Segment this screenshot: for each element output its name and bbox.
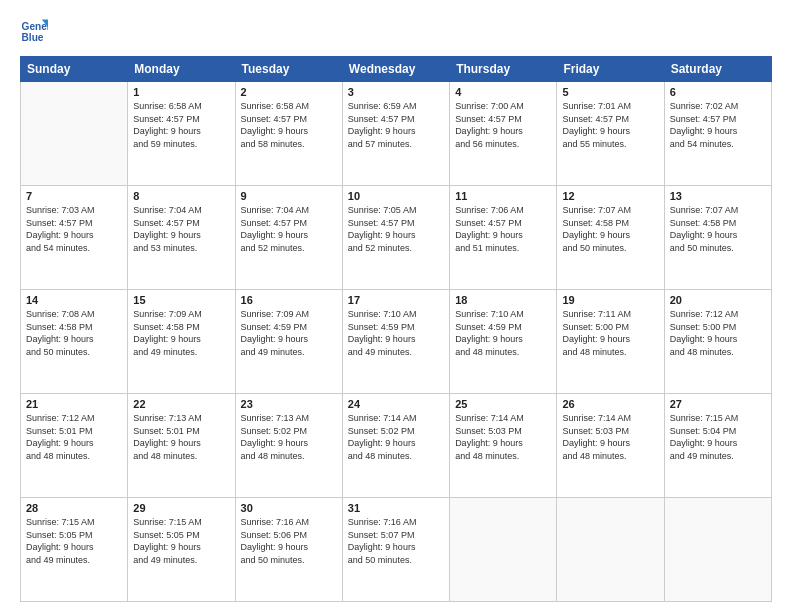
day-number: 19 xyxy=(562,294,658,306)
page: General Blue SundayMondayTuesdayWednesda… xyxy=(0,0,792,612)
day-cell: 12Sunrise: 7:07 AMSunset: 4:58 PMDayligh… xyxy=(557,186,664,290)
day-info: Sunrise: 7:15 AMSunset: 5:04 PMDaylight:… xyxy=(670,412,766,462)
day-info: Sunrise: 6:58 AMSunset: 4:57 PMDaylight:… xyxy=(241,100,337,150)
day-info: Sunrise: 7:16 AMSunset: 5:07 PMDaylight:… xyxy=(348,516,444,566)
day-info: Sunrise: 7:03 AMSunset: 4:57 PMDaylight:… xyxy=(26,204,122,254)
day-number: 12 xyxy=(562,190,658,202)
day-info: Sunrise: 7:15 AMSunset: 5:05 PMDaylight:… xyxy=(26,516,122,566)
day-cell xyxy=(450,498,557,602)
day-cell: 28Sunrise: 7:15 AMSunset: 5:05 PMDayligh… xyxy=(21,498,128,602)
day-info: Sunrise: 7:16 AMSunset: 5:06 PMDaylight:… xyxy=(241,516,337,566)
col-header-friday: Friday xyxy=(557,57,664,82)
day-number: 17 xyxy=(348,294,444,306)
day-cell: 25Sunrise: 7:14 AMSunset: 5:03 PMDayligh… xyxy=(450,394,557,498)
day-number: 4 xyxy=(455,86,551,98)
day-number: 14 xyxy=(26,294,122,306)
day-info: Sunrise: 7:04 AMSunset: 4:57 PMDaylight:… xyxy=(241,204,337,254)
day-cell: 11Sunrise: 7:06 AMSunset: 4:57 PMDayligh… xyxy=(450,186,557,290)
day-cell: 17Sunrise: 7:10 AMSunset: 4:59 PMDayligh… xyxy=(342,290,449,394)
day-info: Sunrise: 7:12 AMSunset: 5:00 PMDaylight:… xyxy=(670,308,766,358)
day-info: Sunrise: 7:06 AMSunset: 4:57 PMDaylight:… xyxy=(455,204,551,254)
day-info: Sunrise: 7:15 AMSunset: 5:05 PMDaylight:… xyxy=(133,516,229,566)
day-number: 9 xyxy=(241,190,337,202)
logo: General Blue xyxy=(20,18,52,46)
day-cell: 29Sunrise: 7:15 AMSunset: 5:05 PMDayligh… xyxy=(128,498,235,602)
col-header-saturday: Saturday xyxy=(664,57,771,82)
day-number: 2 xyxy=(241,86,337,98)
day-info: Sunrise: 7:10 AMSunset: 4:59 PMDaylight:… xyxy=(455,308,551,358)
day-cell: 20Sunrise: 7:12 AMSunset: 5:00 PMDayligh… xyxy=(664,290,771,394)
week-row-3: 21Sunrise: 7:12 AMSunset: 5:01 PMDayligh… xyxy=(21,394,772,498)
day-number: 25 xyxy=(455,398,551,410)
day-cell xyxy=(557,498,664,602)
day-info: Sunrise: 7:05 AMSunset: 4:57 PMDaylight:… xyxy=(348,204,444,254)
day-cell: 16Sunrise: 7:09 AMSunset: 4:59 PMDayligh… xyxy=(235,290,342,394)
col-header-thursday: Thursday xyxy=(450,57,557,82)
day-number: 22 xyxy=(133,398,229,410)
day-number: 28 xyxy=(26,502,122,514)
day-cell: 24Sunrise: 7:14 AMSunset: 5:02 PMDayligh… xyxy=(342,394,449,498)
day-info: Sunrise: 7:00 AMSunset: 4:57 PMDaylight:… xyxy=(455,100,551,150)
day-cell: 13Sunrise: 7:07 AMSunset: 4:58 PMDayligh… xyxy=(664,186,771,290)
day-cell: 10Sunrise: 7:05 AMSunset: 4:57 PMDayligh… xyxy=(342,186,449,290)
day-number: 27 xyxy=(670,398,766,410)
svg-text:General: General xyxy=(22,21,48,32)
calendar-table: SundayMondayTuesdayWednesdayThursdayFrid… xyxy=(20,56,772,602)
day-info: Sunrise: 7:11 AMSunset: 5:00 PMDaylight:… xyxy=(562,308,658,358)
day-cell xyxy=(664,498,771,602)
logo-icon: General Blue xyxy=(20,18,48,46)
day-cell: 4Sunrise: 7:00 AMSunset: 4:57 PMDaylight… xyxy=(450,82,557,186)
col-header-sunday: Sunday xyxy=(21,57,128,82)
day-cell: 18Sunrise: 7:10 AMSunset: 4:59 PMDayligh… xyxy=(450,290,557,394)
week-row-1: 7Sunrise: 7:03 AMSunset: 4:57 PMDaylight… xyxy=(21,186,772,290)
day-number: 16 xyxy=(241,294,337,306)
day-cell: 23Sunrise: 7:13 AMSunset: 5:02 PMDayligh… xyxy=(235,394,342,498)
day-cell xyxy=(21,82,128,186)
header: General Blue xyxy=(20,18,772,46)
day-info: Sunrise: 7:07 AMSunset: 4:58 PMDaylight:… xyxy=(670,204,766,254)
day-cell: 9Sunrise: 7:04 AMSunset: 4:57 PMDaylight… xyxy=(235,186,342,290)
day-number: 24 xyxy=(348,398,444,410)
day-cell: 21Sunrise: 7:12 AMSunset: 5:01 PMDayligh… xyxy=(21,394,128,498)
day-info: Sunrise: 7:07 AMSunset: 4:58 PMDaylight:… xyxy=(562,204,658,254)
day-number: 21 xyxy=(26,398,122,410)
col-header-tuesday: Tuesday xyxy=(235,57,342,82)
day-info: Sunrise: 7:12 AMSunset: 5:01 PMDaylight:… xyxy=(26,412,122,462)
day-cell: 27Sunrise: 7:15 AMSunset: 5:04 PMDayligh… xyxy=(664,394,771,498)
day-cell: 3Sunrise: 6:59 AMSunset: 4:57 PMDaylight… xyxy=(342,82,449,186)
day-info: Sunrise: 7:10 AMSunset: 4:59 PMDaylight:… xyxy=(348,308,444,358)
day-number: 10 xyxy=(348,190,444,202)
day-number: 13 xyxy=(670,190,766,202)
day-info: Sunrise: 7:08 AMSunset: 4:58 PMDaylight:… xyxy=(26,308,122,358)
day-cell: 15Sunrise: 7:09 AMSunset: 4:58 PMDayligh… xyxy=(128,290,235,394)
day-number: 20 xyxy=(670,294,766,306)
day-cell: 6Sunrise: 7:02 AMSunset: 4:57 PMDaylight… xyxy=(664,82,771,186)
day-number: 30 xyxy=(241,502,337,514)
col-header-wednesday: Wednesday xyxy=(342,57,449,82)
day-number: 26 xyxy=(562,398,658,410)
day-number: 6 xyxy=(670,86,766,98)
day-cell: 8Sunrise: 7:04 AMSunset: 4:57 PMDaylight… xyxy=(128,186,235,290)
day-cell: 19Sunrise: 7:11 AMSunset: 5:00 PMDayligh… xyxy=(557,290,664,394)
day-cell: 7Sunrise: 7:03 AMSunset: 4:57 PMDaylight… xyxy=(21,186,128,290)
day-info: Sunrise: 7:14 AMSunset: 5:02 PMDaylight:… xyxy=(348,412,444,462)
week-row-2: 14Sunrise: 7:08 AMSunset: 4:58 PMDayligh… xyxy=(21,290,772,394)
day-info: Sunrise: 7:13 AMSunset: 5:01 PMDaylight:… xyxy=(133,412,229,462)
day-info: Sunrise: 7:14 AMSunset: 5:03 PMDaylight:… xyxy=(562,412,658,462)
day-info: Sunrise: 7:04 AMSunset: 4:57 PMDaylight:… xyxy=(133,204,229,254)
day-info: Sunrise: 6:59 AMSunset: 4:57 PMDaylight:… xyxy=(348,100,444,150)
day-info: Sunrise: 7:14 AMSunset: 5:03 PMDaylight:… xyxy=(455,412,551,462)
day-info: Sunrise: 7:09 AMSunset: 4:58 PMDaylight:… xyxy=(133,308,229,358)
day-cell: 1Sunrise: 6:58 AMSunset: 4:57 PMDaylight… xyxy=(128,82,235,186)
col-header-monday: Monday xyxy=(128,57,235,82)
day-number: 29 xyxy=(133,502,229,514)
svg-text:Blue: Blue xyxy=(22,32,44,43)
day-info: Sunrise: 6:58 AMSunset: 4:57 PMDaylight:… xyxy=(133,100,229,150)
day-number: 7 xyxy=(26,190,122,202)
day-cell: 5Sunrise: 7:01 AMSunset: 4:57 PMDaylight… xyxy=(557,82,664,186)
day-number: 11 xyxy=(455,190,551,202)
day-cell: 14Sunrise: 7:08 AMSunset: 4:58 PMDayligh… xyxy=(21,290,128,394)
day-info: Sunrise: 7:01 AMSunset: 4:57 PMDaylight:… xyxy=(562,100,658,150)
day-number: 23 xyxy=(241,398,337,410)
day-cell: 31Sunrise: 7:16 AMSunset: 5:07 PMDayligh… xyxy=(342,498,449,602)
